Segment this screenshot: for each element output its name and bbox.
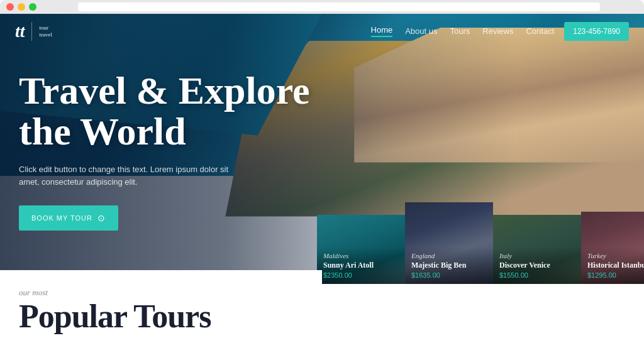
nav-contact[interactable]: Contact xyxy=(526,26,554,36)
url-bar[interactable] xyxy=(78,3,600,11)
card-region-1: Maldives xyxy=(323,252,399,259)
navbar: tt tour travel Home About us Tours Revie… xyxy=(0,14,644,48)
card-content-4: Turkey Historical Istanbul $1295.00 xyxy=(581,247,644,284)
logo-tt: tt xyxy=(15,23,25,40)
hero-title-line1: Travel & Explore xyxy=(19,69,310,112)
nav-about[interactable]: About us xyxy=(405,26,437,36)
window-close-dot[interactable] xyxy=(6,3,14,11)
card-price-1: $2350.00 xyxy=(323,271,399,279)
nav-home[interactable]: Home xyxy=(371,25,393,37)
window-minimize-dot[interactable] xyxy=(18,3,25,11)
card-name-2: Majestic Big Ben xyxy=(411,261,487,270)
tour-card-1[interactable]: Maldives Sunny Ari Atoll $2350.00 xyxy=(317,215,405,284)
card-region-2: England xyxy=(411,252,487,259)
hero-title: Travel & Explore the World xyxy=(19,70,310,152)
book-tour-button[interactable]: BOOK MY TOUR ⊙ xyxy=(19,205,118,231)
card-content-1: Maldives Sunny Ari Atoll $2350.00 xyxy=(317,247,405,284)
card-price-2: $1635.00 xyxy=(411,271,487,279)
tour-card-3[interactable]: Italy Discover Venice $1550.00 xyxy=(493,215,581,284)
card-name-4: Historical Istanbul xyxy=(587,261,644,270)
logo-line2: travel xyxy=(40,31,53,38)
hero-content: Travel & Explore the World Click edit bu… xyxy=(19,70,310,231)
nav-tours[interactable]: Tours xyxy=(450,26,470,36)
card-content-3: Italy Discover Venice $1550.00 xyxy=(493,247,581,284)
arrow-circle-icon: ⊙ xyxy=(97,213,106,223)
tour-cards-container: Maldives Sunny Ari Atoll $2350.00 Englan… xyxy=(317,196,644,284)
card-name-1: Sunny Ari Atoll xyxy=(323,261,399,270)
book-btn-label: BOOK MY TOUR xyxy=(31,214,92,222)
window-maximize-dot[interactable] xyxy=(29,3,36,11)
hero-title-line2: the World xyxy=(19,110,186,153)
hero-subtitle: Click edit button to change this text. L… xyxy=(19,163,245,188)
card-region-3: Italy xyxy=(499,252,575,259)
card-name-3: Discover Venice xyxy=(499,261,575,270)
site-container: tt tour travel Home About us Tours Revie… xyxy=(0,14,644,343)
logo-text: tour travel xyxy=(40,24,53,38)
window-chrome xyxy=(0,0,644,14)
card-content-2: England Majestic Big Ben $1635.00 xyxy=(405,247,493,284)
phone-button[interactable]: 123-456-7890 xyxy=(564,22,629,41)
popular-label: our most xyxy=(19,288,303,298)
bottom-section: our most Popular Tours xyxy=(0,270,322,343)
nav-reviews[interactable]: Reviews xyxy=(482,26,513,36)
logo[interactable]: tt tour travel xyxy=(15,22,52,41)
card-price-4: $1295.00 xyxy=(587,271,644,279)
logo-divider xyxy=(31,22,32,41)
logo-line1: tour xyxy=(40,24,53,31)
card-region-4: Turkey xyxy=(587,252,644,259)
popular-title: Popular Tours xyxy=(19,300,303,333)
hero-section: tt tour travel Home About us Tours Revie… xyxy=(0,14,644,284)
tour-card-2[interactable]: England Majestic Big Ben $1635.00 xyxy=(405,202,493,284)
card-price-3: $1550.00 xyxy=(499,271,575,279)
tour-card-4[interactable]: Turkey Historical Istanbul $1295.00 xyxy=(581,212,644,284)
nav-links: Home About us Tours Reviews Contact xyxy=(371,25,555,37)
